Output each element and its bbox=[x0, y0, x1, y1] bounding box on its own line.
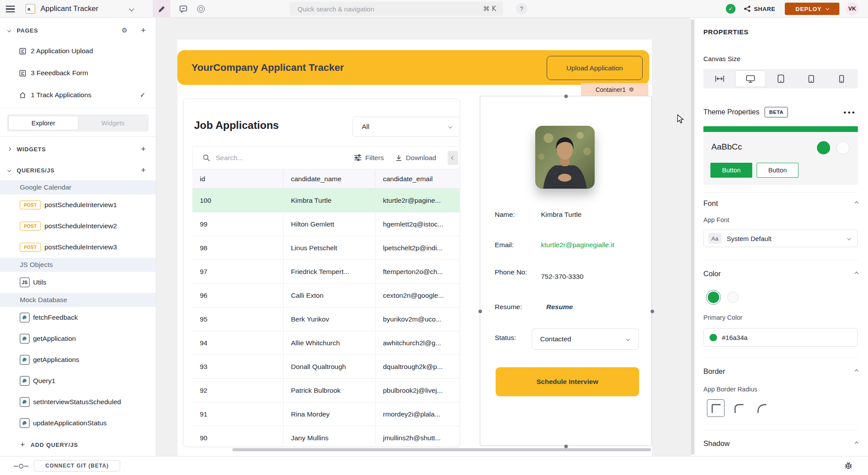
table-row[interactable]: 91 Rina Mordey rmordey2i@plala... bbox=[192, 402, 460, 426]
quick-search-input[interactable] bbox=[290, 5, 483, 13]
canvas-size-tablet-button[interactable] bbox=[796, 70, 827, 87]
sidebar-page-item[interactable]: 1 Track Applications ✓ bbox=[0, 84, 156, 106]
font-collapse-chevron-up-icon[interactable] bbox=[855, 201, 858, 205]
download-button[interactable]: Download bbox=[395, 154, 436, 162]
canvas-size-fluid-button[interactable] bbox=[705, 70, 735, 87]
help-button[interactable]: ? bbox=[516, 3, 527, 15]
pages-chevron-down-icon[interactable] bbox=[7, 29, 11, 32]
add-page-button[interactable]: + bbox=[141, 26, 146, 35]
tab-widgets[interactable]: Widgets bbox=[78, 116, 147, 130]
font-section-header[interactable]: Font bbox=[703, 198, 858, 208]
tab-explorer[interactable]: Explorer bbox=[8, 116, 78, 130]
app-title-chevron-down-icon[interactable] bbox=[129, 6, 134, 11]
queries-chevron-down-icon[interactable] bbox=[7, 168, 11, 172]
primary-color-swatch[interactable] bbox=[708, 292, 719, 303]
primary-color-field[interactable]: #16a34a bbox=[703, 328, 858, 347]
user-avatar[interactable]: VK bbox=[846, 2, 859, 15]
color-collapse-chevron-up-icon[interactable] bbox=[855, 272, 858, 275]
header-banner-widget[interactable]: YourCompany Applicant Tracker Upload App… bbox=[177, 50, 649, 85]
canvas-size-tablet-large-button[interactable] bbox=[766, 70, 796, 87]
query-tree-item[interactable]: fetchFeedback bbox=[0, 307, 156, 328]
query-tree-item[interactable]: POST POST postScheduleInterview1 bbox=[0, 194, 156, 216]
canvas-size-mobile-button[interactable] bbox=[826, 70, 857, 87]
add-query-plus-button[interactable]: + bbox=[141, 165, 146, 175]
query-tree-item[interactable]: getApplications bbox=[0, 349, 156, 370]
table-row[interactable]: 96 Calli Exton cexton2n@google... bbox=[192, 284, 460, 307]
border-radius-medium-button[interactable] bbox=[730, 399, 747, 417]
filters-button[interactable]: Filters bbox=[354, 154, 384, 162]
email-link[interactable]: kturtle2r@paginegialle.it bbox=[541, 240, 614, 250]
canvas-size-desktop-button[interactable] bbox=[735, 70, 766, 87]
deploy-button[interactable]: DEPLOY bbox=[785, 3, 839, 15]
pages-settings-gear-icon[interactable]: ⚙ bbox=[121, 26, 127, 34]
sidebar-page-item[interactable]: 3 Feeedback Form ✓ bbox=[0, 62, 156, 84]
widget-settings-gear-icon[interactable]: ⚙ bbox=[629, 86, 634, 93]
app-title[interactable]: Applicant Tracker bbox=[40, 0, 98, 18]
column-header-candidate-name[interactable]: candidate_name bbox=[283, 169, 375, 188]
table-row[interactable]: 93 Donall Qualtrough dqualtrough2k@p... bbox=[192, 355, 460, 379]
shadow-collapse-chevron-up-icon[interactable] bbox=[855, 442, 858, 445]
job-applications-table-widget[interactable]: Job Applications All Filters bbox=[183, 99, 460, 447]
resume-link[interactable]: Resume bbox=[546, 302, 573, 312]
resize-handle-left[interactable] bbox=[478, 310, 482, 313]
schedule-interview-button[interactable]: Schedule Interview bbox=[496, 367, 639, 396]
status-filter-select[interactable]: All bbox=[353, 117, 460, 137]
table-search-input[interactable] bbox=[216, 154, 354, 162]
query-tree-item[interactable]: updateApplicationStatus bbox=[0, 413, 156, 434]
table-row[interactable]: 94 Allie Whitchurch awhitchurch2l@g... bbox=[192, 331, 460, 355]
pages-section-header[interactable]: PAGES ⚙ + bbox=[0, 23, 156, 37]
secondary-color-swatch[interactable] bbox=[727, 292, 739, 303]
query-tree-item[interactable]: JS JS Utils bbox=[0, 272, 156, 293]
resize-handle-bottom[interactable] bbox=[564, 445, 568, 448]
widgets-chevron-right-icon[interactable] bbox=[7, 147, 11, 151]
table-row[interactable]: 97 Friedrick Tempert... ftemperton2o@ch.… bbox=[192, 260, 460, 284]
query-tree-item[interactable]: getApplication bbox=[0, 328, 156, 349]
status-select[interactable]: Contacted bbox=[532, 329, 639, 350]
border-radius-none-button[interactable] bbox=[707, 399, 725, 417]
query-tree-item[interactable]: Query1 bbox=[0, 370, 156, 391]
table-row[interactable]: 99 Hilton Gemlett hgemlett2q@istoc... bbox=[192, 212, 460, 236]
share-button[interactable]: SHARE bbox=[744, 0, 776, 18]
quick-search[interactable]: ⌘ K bbox=[290, 2, 503, 16]
resize-handle-top[interactable] bbox=[564, 95, 568, 98]
color-section-header[interactable]: Color bbox=[703, 268, 858, 279]
comment-mode-button[interactable] bbox=[174, 0, 192, 18]
collapse-panel-button[interactable] bbox=[448, 151, 458, 165]
query-tree-item[interactable]: POST POST postScheduleInterview3 bbox=[0, 237, 156, 258]
connect-git-button[interactable]: CONNECT GIT (BETA) bbox=[34, 460, 120, 471]
candidate-photo[interactable] bbox=[535, 126, 595, 189]
border-radius-large-button[interactable] bbox=[753, 399, 770, 417]
app-font-select[interactable]: Aa System Default bbox=[703, 230, 858, 247]
selected-widget-badge[interactable]: Container1 ⚙ bbox=[581, 83, 648, 96]
query-tree-item[interactable]: Google Calendar bbox=[0, 180, 156, 194]
table-row[interactable]: 98 Linus Petschelt lpetschelt2p@indi... bbox=[192, 236, 460, 260]
query-tree-item[interactable]: JS Objects bbox=[0, 258, 156, 272]
widgets-section-header[interactable]: WIDGETS + bbox=[0, 142, 156, 156]
shadow-section-header[interactable]: Shadow bbox=[703, 438, 858, 449]
canvas-vertical-scrollbar[interactable] bbox=[691, 19, 694, 455]
table-row[interactable]: 95 Berk Yurikov byurikov2m@uco... bbox=[192, 307, 460, 331]
border-collapse-chevron-up-icon[interactable] bbox=[855, 369, 858, 373]
column-header-id[interactable]: id bbox=[192, 169, 283, 188]
container1-detail-widget[interactable]: Name: Kimbra Turtle Email: kturtle2r@pag… bbox=[480, 96, 652, 446]
column-header-candidate-email[interactable]: candidate_email bbox=[375, 169, 460, 188]
theme-menu-button[interactable]: ●●● bbox=[843, 110, 856, 115]
theme-secondary-swatch[interactable] bbox=[836, 141, 850, 154]
border-section-header[interactable]: Border bbox=[703, 366, 858, 376]
query-tree-item[interactable]: setInterviewStatusScheduled bbox=[0, 391, 156, 413]
query-tree-item[interactable]: POST POST postScheduleInterview2 bbox=[0, 216, 156, 237]
edit-mode-button[interactable] bbox=[153, 0, 170, 18]
theme-primary-swatch[interactable] bbox=[817, 141, 830, 154]
canvas-horizontal-scrollbar[interactable] bbox=[232, 448, 651, 451]
menu-icon[interactable] bbox=[6, 6, 15, 12]
add-widget-button[interactable]: + bbox=[141, 144, 146, 154]
upload-application-button[interactable]: Upload Application bbox=[547, 56, 643, 80]
queries-section-header[interactable]: QUERIES/JS + bbox=[0, 163, 156, 177]
preview-mode-button[interactable] bbox=[192, 0, 210, 18]
table-row[interactable]: 100 Kimbra Turtle kturtle2r@pagine... bbox=[192, 189, 460, 212]
app-logo-icon[interactable]: a_ bbox=[26, 4, 35, 14]
debug-bug-button[interactable] bbox=[844, 461, 853, 470]
theme-preview-card[interactable]: AaBbCc Button Button bbox=[703, 126, 858, 185]
resize-handle-right[interactable] bbox=[651, 310, 654, 313]
add-query-js-button[interactable]: + ADD QUERY/JS bbox=[0, 434, 156, 456]
